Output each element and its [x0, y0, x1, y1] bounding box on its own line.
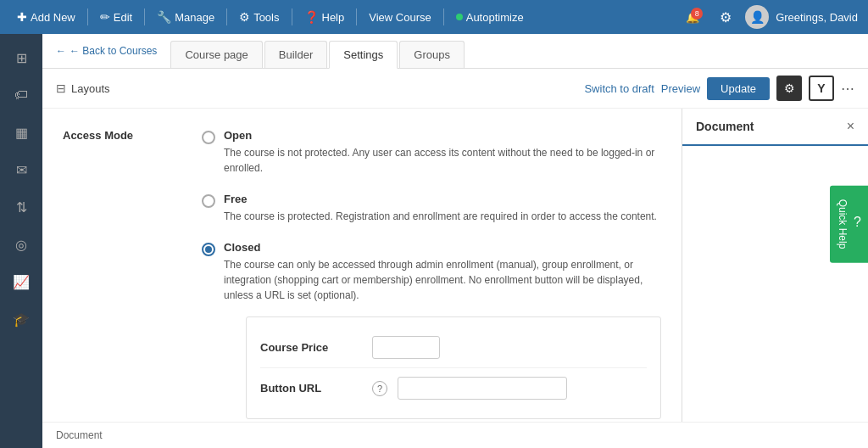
view-course-button[interactable]: View Course: [362, 8, 437, 27]
tabs-bar: ← ← Back to Courses Course page Builder …: [42, 34, 868, 69]
tools-button[interactable]: ⚙ Tools: [232, 7, 286, 27]
nav-divider-6: [443, 8, 444, 25]
button-url-input[interactable]: [398, 377, 567, 400]
add-new-button[interactable]: ✚ Add New: [10, 7, 82, 27]
nav-divider-1: [87, 8, 88, 25]
access-mode-section: Access Mode Open The course is not prote…: [63, 129, 661, 419]
nav-divider-3: [226, 8, 227, 25]
toolbar-y-button[interactable]: Y: [809, 76, 834, 101]
tab-course-page[interactable]: Course page: [170, 41, 262, 68]
access-mode-row: Access Mode Open The course is not prote…: [63, 129, 661, 419]
help-icon: ❓: [304, 10, 319, 24]
layouts-button[interactable]: ⊟ Layouts: [56, 81, 110, 95]
sidebar-icon-arrows[interactable]: ⇅: [4, 190, 38, 224]
access-mode-radio-group: Open The course is not protected. Any us…: [202, 129, 661, 419]
radio-open[interactable]: [202, 131, 215, 144]
nav-right-section: 🔔 8 ⚙ 👤 Greetings, David: [679, 5, 858, 29]
edit-button[interactable]: ✏ Edit: [93, 7, 139, 27]
wrench-icon: 🔧: [157, 10, 171, 24]
button-url-help-icon[interactable]: ?: [372, 381, 387, 396]
back-arrow-icon: ←: [56, 45, 66, 57]
sidebar-icon-chart[interactable]: ▦: [4, 115, 38, 149]
radio-open-label: Open: [224, 129, 661, 142]
main-wrapper: ← ← Back to Courses Course page Builder …: [42, 34, 868, 448]
autoptimize-button[interactable]: Autoptimize: [449, 8, 531, 27]
notification-badge: 8: [691, 8, 703, 20]
switch-to-draft-button[interactable]: Switch to draft: [584, 82, 654, 95]
content-area: Access Mode Open The course is not prote…: [42, 109, 868, 422]
tab-builder[interactable]: Builder: [264, 41, 327, 68]
sidebar-icon-mail[interactable]: ✉: [4, 153, 38, 187]
sidebar-icon-circle[interactable]: ◎: [4, 227, 38, 261]
sidebar-icon-trending[interactable]: 📈: [4, 265, 38, 299]
sidebar-icon-graduation[interactable]: 🎓: [4, 302, 38, 336]
course-price-input[interactable]: [372, 336, 440, 359]
tab-groups[interactable]: Groups: [399, 41, 465, 68]
quick-help-question-icon: ?: [854, 215, 861, 230]
preview-button[interactable]: Preview: [661, 82, 700, 95]
autoptimize-status-dot: [456, 14, 463, 20]
main-content: Access Mode Open The course is not prote…: [42, 109, 682, 422]
help-button[interactable]: ❓ Help: [298, 7, 352, 27]
radio-option-free: Free The course is protected. Registrati…: [202, 193, 661, 224]
toolbar: ⊟ Layouts Switch to draft Preview Update…: [42, 69, 868, 109]
nav-divider-2: [144, 8, 145, 25]
right-panel: Document ×: [682, 109, 868, 422]
back-to-courses-link[interactable]: ← ← Back to Courses: [56, 45, 157, 64]
right-panel-header: Document ×: [682, 109, 868, 146]
button-url-field: Button URL ?: [260, 368, 647, 408]
tools-icon: ⚙: [239, 10, 250, 24]
course-price-field: Course Price: [260, 328, 647, 368]
gear-icon: ⚙: [784, 81, 795, 95]
notifications-bell[interactable]: 🔔 8: [679, 8, 706, 27]
radio-option-closed: Closed The course can only be accessed t…: [202, 241, 661, 419]
update-button[interactable]: Update: [707, 77, 770, 100]
pencil-icon: ✏: [100, 10, 110, 24]
settings-gear-icon[interactable]: ⚙: [713, 6, 738, 29]
tab-settings[interactable]: Settings: [329, 41, 398, 69]
course-price-label: Course Price: [260, 341, 362, 354]
y-icon: Y: [817, 81, 825, 95]
radio-closed-desc: The course can only be accessed through …: [224, 257, 661, 303]
radio-free[interactable]: [202, 194, 215, 208]
closed-access-form: Course Price Button URL ?: [246, 316, 661, 419]
sidebar-icon-tag[interactable]: 🏷: [4, 78, 38, 112]
radio-closed-text: Closed The course can only be accessed t…: [224, 241, 661, 419]
radio-option-open: Open The course is not protected. Any us…: [202, 129, 661, 176]
left-sidebar: ⊞ 🏷 ▦ ✉ ⇅ ◎ 📈 🎓: [0, 34, 42, 448]
access-mode-content: Open The course is not protected. Any us…: [202, 129, 661, 419]
button-url-label: Button URL: [260, 382, 362, 395]
quick-help-panel[interactable]: ? Quick Help: [830, 186, 868, 263]
quick-help-label: Quick Help: [837, 199, 849, 249]
layouts-grid-icon: ⊟: [56, 81, 66, 95]
sidebar-icon-grid[interactable]: ⊞: [4, 41, 38, 75]
radio-open-desc: The course is not protected. Any user ca…: [224, 145, 661, 176]
avatar[interactable]: 👤: [745, 5, 769, 29]
top-navigation: ✚ Add New ✏ Edit 🔧 Manage ⚙ Tools ❓ Help…: [0, 0, 868, 34]
right-panel-close-button[interactable]: ×: [847, 119, 854, 134]
right-panel-title: Document: [696, 120, 754, 133]
doc-bottom-label: Document: [42, 422, 868, 448]
greeting-text: Greetings, David: [776, 11, 858, 24]
radio-closed-label: Closed: [224, 241, 661, 254]
nav-divider-4: [292, 8, 292, 25]
radio-free-text: Free The course is protected. Registrati…: [224, 193, 657, 224]
toolbar-more-options-button[interactable]: ⋯: [841, 81, 854, 97]
toolbar-gear-button[interactable]: ⚙: [776, 76, 802, 101]
manage-button[interactable]: 🔧 Manage: [150, 7, 221, 27]
radio-closed[interactable]: [202, 243, 215, 256]
nav-divider-5: [356, 8, 357, 25]
plus-icon: ✚: [17, 10, 27, 24]
radio-free-desc: The course is protected. Registration an…: [224, 209, 657, 224]
radio-free-label: Free: [224, 193, 657, 205]
access-mode-label: Access Mode: [63, 129, 181, 419]
radio-open-text: Open The course is not protected. Any us…: [224, 129, 661, 176]
toolbar-right: Switch to draft Preview Update ⚙ Y ⋯: [584, 76, 854, 101]
